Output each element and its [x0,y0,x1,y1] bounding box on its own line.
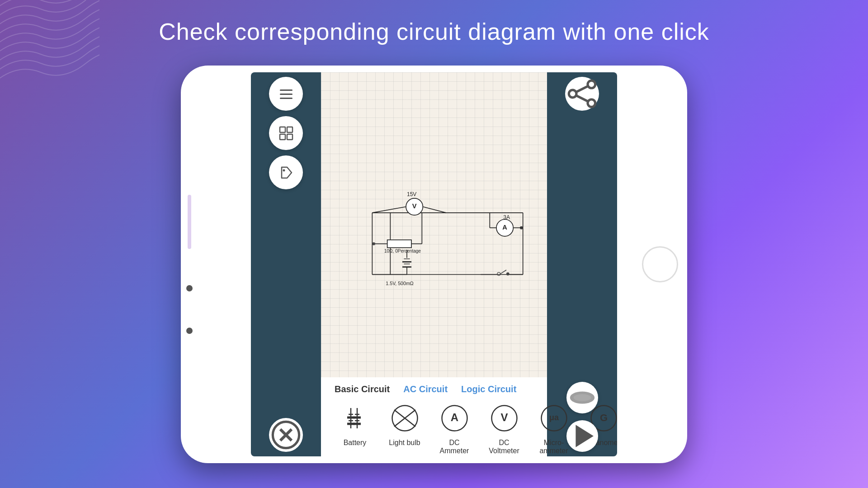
svg-point-12 [569,90,576,98]
pencil-button[interactable] [566,382,598,413]
volume-controls [186,195,193,334]
tablet-frame: V 15V A 3A [181,66,687,463]
svg-rect-5 [280,134,285,140]
svg-rect-39 [387,240,411,248]
svg-text:1.5V, 500mΩ: 1.5V, 500mΩ [386,281,414,286]
bottom-panel: Basic Circuit AC Circuit Logic Circuit [321,377,547,456]
battery-label: Battery [344,439,367,447]
svg-line-53 [500,270,506,274]
battery-icon [338,401,372,435]
svg-line-14 [576,86,588,92]
svg-text:3A: 3A [503,214,510,221]
ammeter-label: DC Ammeter [434,439,475,455]
svg-text:V: V [412,203,417,210]
svg-rect-6 [287,134,292,140]
grid-button[interactable] [269,116,303,150]
svg-point-17 [573,394,591,401]
circuit-canvas: V 15V A 3A [321,72,547,377]
volume-dot [186,285,193,291]
next-button[interactable] [566,420,598,452]
volume-dot-2 [186,328,193,334]
svg-line-29 [423,207,446,213]
svg-point-7 [283,169,285,171]
svg-marker-18 [577,427,591,445]
svg-rect-3 [280,127,285,132]
lightbulb-icon [388,401,422,435]
svg-point-13 [588,99,595,107]
component-battery[interactable]: Battery [335,401,375,447]
ammeter-icon: A [438,401,472,435]
voltmeter-label: DC Voltmeter [484,439,524,455]
svg-text:15V: 15V [407,191,416,197]
tag-button[interactable] [269,155,303,189]
svg-point-37 [372,242,375,245]
svg-point-11 [588,80,595,88]
header-title: Check corresponding circuit diagram with… [0,18,868,45]
circuit-tabs: Basic Circuit AC Circuit Logic Circuit [330,384,538,394]
camera-button[interactable] [642,246,678,282]
component-lightbulb[interactable]: Light bulb [384,401,425,447]
tablet-screen: V 15V A 3A [251,72,617,456]
left-sidebar [251,72,321,456]
svg-line-28 [372,207,406,213]
menu-button[interactable] [269,77,303,111]
svg-rect-0 [280,89,292,91]
svg-line-15 [576,96,588,102]
svg-point-52 [506,272,509,276]
svg-rect-1 [280,94,292,95]
component-ammeter[interactable]: A DC Ammeter [434,401,475,455]
svg-text:A: A [450,411,458,423]
components-row: Battery Light bulb [330,401,538,455]
component-voltmeter[interactable]: V DC Voltmeter [484,401,524,455]
share-button[interactable] [565,77,599,111]
svg-text:10Ω, 0Percentage: 10Ω, 0Percentage [384,249,421,254]
svg-text:V: V [500,411,508,423]
svg-rect-4 [287,127,292,132]
svg-rect-2 [280,98,292,99]
lightbulb-label: Light bulb [389,439,420,447]
right-sidebar [547,72,617,456]
close-button[interactable] [269,418,303,452]
voltmeter-icon: V [487,401,521,435]
svg-point-51 [497,272,500,276]
svg-text:A: A [502,224,507,231]
tab-logic-circuit[interactable]: Logic Circuit [461,384,516,394]
tab-basic-circuit[interactable]: Basic Circuit [335,384,390,394]
tab-ac-circuit[interactable]: AC Circuit [403,384,448,394]
volume-slider[interactable] [188,195,191,249]
